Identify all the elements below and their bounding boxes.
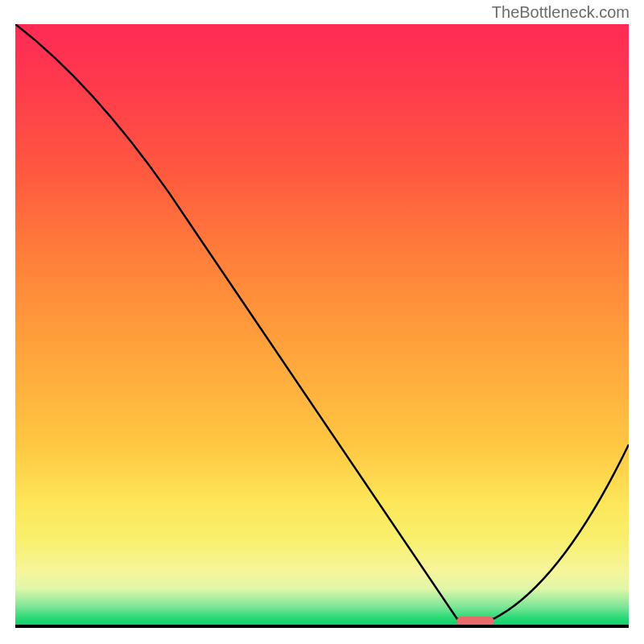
bottleneck-curve: [15, 24, 629, 625]
chart-gradient-area: [15, 24, 629, 628]
optimal-range-marker: [457, 617, 494, 625]
attribution-text: TheBottleneck.com: [492, 3, 630, 22]
curve-path: [15, 24, 629, 619]
